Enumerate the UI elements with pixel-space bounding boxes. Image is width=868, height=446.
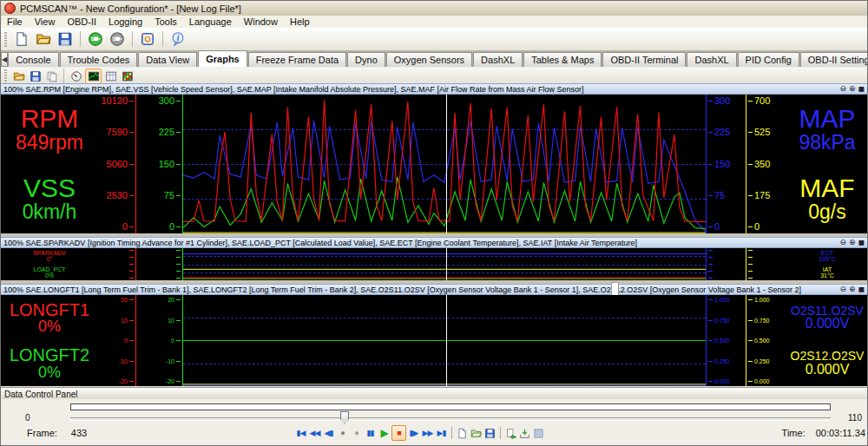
fast-forward-button[interactable]: ▶▶ xyxy=(421,426,434,440)
graph-panel-spark-load-ect-iat: 100% SAE.SPARKADV [Ignition Timing Advan… xyxy=(1,237,867,280)
menu-tools[interactable]: Tools xyxy=(148,16,183,27)
rewind-button[interactable]: ◀◀ xyxy=(308,426,321,440)
step-back-button[interactable]: ◀▮ xyxy=(322,426,335,440)
open-log-button[interactable] xyxy=(470,426,483,440)
tab-obd-ii-settings[interactable]: OBD-II Settings xyxy=(800,52,868,67)
new-log-button[interactable] xyxy=(456,426,469,440)
tab-dyno[interactable]: Dyno xyxy=(347,52,385,67)
data-control-panel: 0 110 Frame: 433 ▮◀◀◀◀▮●●▮▮▶■▮▶▶▶▶▮ Time… xyxy=(1,399,867,445)
axis-tick xyxy=(138,278,181,279)
axis-tick: 175 xyxy=(748,191,786,200)
menu-language[interactable]: Language xyxy=(183,16,238,27)
save-file-icon[interactable] xyxy=(56,30,75,49)
pid-value: 31°C xyxy=(820,272,834,279)
trace-sae-map xyxy=(183,121,706,232)
menu-help[interactable]: Help xyxy=(284,16,316,27)
playback-cursor[interactable] xyxy=(446,295,447,386)
playback-cursor[interactable] xyxy=(446,95,447,233)
tab-data-view[interactable]: Data View xyxy=(138,52,197,67)
skip-end-button[interactable]: ▶▮ xyxy=(435,426,448,440)
plot-area[interactable] xyxy=(183,95,706,233)
axis-tick: 0.500 xyxy=(748,338,786,344)
plot-area[interactable] xyxy=(183,248,706,280)
axis-tick: 700 xyxy=(748,96,786,106)
gauge-icon[interactable] xyxy=(69,69,83,83)
zoom-in-icon[interactable]: ⊕ xyxy=(849,239,856,246)
step-forward-button[interactable]: ▮▶ xyxy=(407,426,420,440)
tab-freeze-frame-data[interactable]: Freeze Frame Data xyxy=(248,52,346,67)
axis-tick: 20 xyxy=(138,297,181,303)
panel-header[interactable]: 100% SAE.SPARKADV [Ignition Timing Advan… xyxy=(1,237,867,248)
collapse-icon[interactable]: ◼ xyxy=(858,85,865,93)
position-slider-track[interactable] xyxy=(70,417,831,421)
screen-capture-button[interactable] xyxy=(532,426,545,440)
title-bar: PCMSCAN™ - New Configuration* - [New Log… xyxy=(1,1,867,16)
mark-button[interactable]: ● xyxy=(350,426,363,440)
axis-tick: 10 xyxy=(100,318,134,324)
disconnect-icon[interactable] xyxy=(108,30,127,49)
tab-pid-config[interactable]: PID Config xyxy=(738,52,799,67)
copy-icon[interactable] xyxy=(44,69,59,83)
panel-header[interactable]: 100% SAE.LONGFT1 [Long Term Fuel Trim - … xyxy=(1,284,867,295)
pid-readout: RPM849rpm xyxy=(16,106,83,153)
pause-button[interactable]: ▮▮ xyxy=(364,426,377,440)
open-file-icon[interactable] xyxy=(11,69,26,83)
tab-bar: ◀ConsoleTrouble CodesData ViewGraphsFree… xyxy=(1,50,867,67)
about-info-icon[interactable]: i xyxy=(168,30,187,49)
pid-value: 0.000V xyxy=(791,317,864,331)
menu-file[interactable]: File xyxy=(1,16,29,27)
axis-tick: 75 xyxy=(708,191,744,200)
skip-start-button[interactable]: ▮◀ xyxy=(294,426,307,440)
axis-tick xyxy=(708,257,744,258)
table-view-icon[interactable] xyxy=(103,69,118,83)
position-slider-thumb[interactable] xyxy=(340,411,349,424)
panel-header[interactable]: 100% SAE.RPM [Engine RPM], SAE.VSS [Vehi… xyxy=(1,83,867,95)
record-button[interactable]: ● xyxy=(336,426,349,440)
axis-tick: 10 xyxy=(138,318,181,324)
export-data-button[interactable] xyxy=(504,426,517,440)
new-file-icon[interactable] xyxy=(12,30,31,49)
play-button[interactable]: ▶ xyxy=(378,426,391,440)
plot-area[interactable] xyxy=(183,295,706,386)
menu-window[interactable]: Window xyxy=(238,16,284,27)
toolbar-separator xyxy=(80,31,81,47)
pid-name: O2S11.O2SV xyxy=(791,305,864,317)
playback-cursor[interactable] xyxy=(446,248,447,280)
color-map-icon[interactable] xyxy=(120,69,135,83)
tab-console[interactable]: Console xyxy=(8,52,58,67)
pid-name: ECT xyxy=(819,250,836,256)
axis-tick xyxy=(748,257,786,258)
tab-dashxl[interactable]: DashXL xyxy=(473,52,523,67)
axis-tick xyxy=(748,264,786,265)
zoom-out-icon[interactable]: ⊖ xyxy=(839,85,846,93)
tab-tables-maps[interactable]: Tables & Maps xyxy=(523,52,602,67)
save-file-icon[interactable] xyxy=(28,69,43,83)
menu-logging[interactable]: Logging xyxy=(102,16,148,27)
axis-tick: 0.250 xyxy=(748,358,786,364)
connect-icon[interactable] xyxy=(86,30,105,49)
tab-dashxl[interactable]: DashXL xyxy=(687,52,736,67)
tab-graphs[interactable]: Graphs xyxy=(198,50,247,67)
tab-trouble-codes[interactable]: Trouble Codes xyxy=(60,52,138,67)
zoom-out-icon[interactable]: ⊖ xyxy=(839,285,846,293)
collapse-icon[interactable]: ◼ xyxy=(858,239,865,246)
collapse-icon[interactable]: ◼ xyxy=(858,285,865,293)
open-file-icon[interactable] xyxy=(34,30,53,49)
toolbar-separator xyxy=(132,31,133,47)
zoom-in-icon[interactable]: ⊕ xyxy=(849,85,856,93)
menu-bar: FileViewOBD-IILoggingToolsLanguageWindow… xyxy=(1,16,867,28)
tab-scroll-left-icon[interactable]: ◀ xyxy=(1,52,8,67)
menu-obd-ii[interactable]: OBD-II xyxy=(61,16,102,27)
save-log-button[interactable] xyxy=(483,426,496,440)
vehicle-scan-icon[interactable] xyxy=(138,30,157,49)
stop-button[interactable]: ■ xyxy=(391,425,406,441)
zoom-in-icon[interactable]: ⊕ xyxy=(849,285,856,293)
panel-body: LONGFT10%LONGFT20% 20100-10-20 20100-10-… xyxy=(1,295,867,386)
menu-view[interactable]: View xyxy=(29,16,62,27)
tab-oxygen-sensors[interactable]: Oxygen Sensors xyxy=(386,52,472,67)
zoom-out-icon[interactable]: ⊖ xyxy=(839,239,846,246)
graph-display-icon[interactable] xyxy=(85,69,102,84)
save-snapshot-button[interactable] xyxy=(518,426,531,440)
left-value-labels: SPARKADV0°LOAD_PCT0% xyxy=(1,248,98,280)
tab-obd-ii-terminal[interactable]: OBD-II Terminal xyxy=(602,52,686,67)
